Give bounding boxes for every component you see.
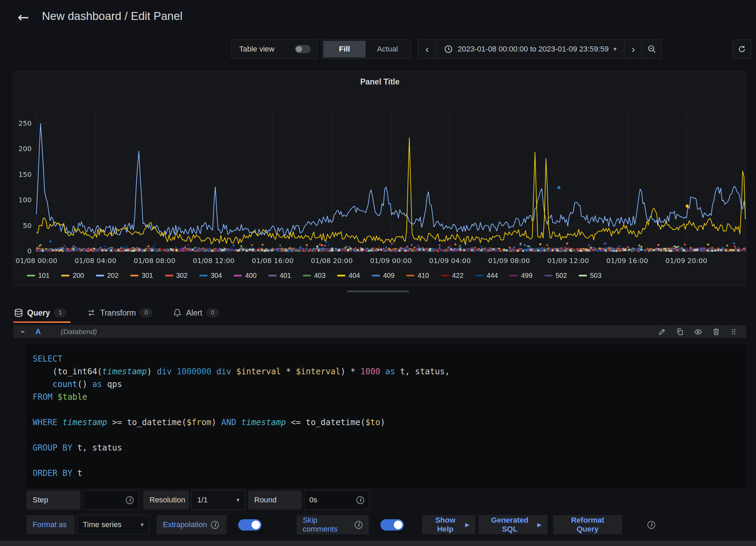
resolution-label: Resolution <box>143 490 189 510</box>
refresh-button[interactable] <box>733 39 751 59</box>
drag-handle[interactable] <box>730 328 737 335</box>
legend-item[interactable]: 404 <box>337 272 360 280</box>
actual-button[interactable]: Actual <box>366 41 409 57</box>
timeseries-chart[interactable] <box>14 106 746 268</box>
extrapolation-switch[interactable] <box>238 519 262 531</box>
legend-swatch <box>303 275 311 276</box>
info-icon[interactable]: i <box>355 521 363 529</box>
legend-item[interactable]: 503 <box>579 272 601 280</box>
legend-label: 202 <box>107 272 119 280</box>
sql-line <box>33 454 746 467</box>
chevron-left-icon: ‹ <box>425 43 429 55</box>
legend-swatch <box>61 275 69 276</box>
switch-knob <box>394 521 402 529</box>
fill-button[interactable]: Fill <box>323 41 366 57</box>
tab-alert-badge: 0 <box>207 308 219 317</box>
resolution-select[interactable]: 1/1 ▾ <box>191 490 245 510</box>
panel: Panel Title 1012002023013023044004014034… <box>13 71 746 286</box>
legend-item[interactable]: 304 <box>199 272 222 280</box>
step-input[interactable]: i <box>83 490 139 510</box>
copy-icon <box>676 328 684 336</box>
page-title: New dashboard / Edit Panel <box>42 10 182 23</box>
fill-actual-segmented: Fill Actual <box>322 39 411 59</box>
reformat-query-button[interactable]: Reformat Query <box>553 515 622 534</box>
duplicate-query-button[interactable] <box>676 328 684 336</box>
caret-down-icon: ▾ <box>141 521 144 528</box>
legend-label: 409 <box>383 272 394 280</box>
skip-comments-switch[interactable] <box>380 519 404 531</box>
tab-alert[interactable]: Alert 0 <box>172 306 223 323</box>
legend-item[interactable]: 409 <box>372 272 394 280</box>
legend-label: 101 <box>38 272 49 280</box>
legend-label: 502 <box>556 272 567 280</box>
edit-query-button[interactable] <box>658 328 666 336</box>
legend-item[interactable]: 101 <box>27 272 49 280</box>
legend-item[interactable]: 202 <box>96 272 119 280</box>
legend-item[interactable]: 502 <box>544 272 567 280</box>
legend-item[interactable]: 301 <box>130 272 153 280</box>
editor-tabs: Query 1 Transform 0 Alert 0 <box>13 306 223 323</box>
table-view-switch[interactable] <box>295 45 311 53</box>
tab-query-label: Query <box>27 308 50 318</box>
legend-swatch <box>406 275 414 276</box>
query-editor: A (Databend) SELECT (to_int64(timestamp)… <box>13 325 746 534</box>
legend-item[interactable]: 200 <box>61 272 84 280</box>
round-input[interactable]: 0s i <box>304 490 369 510</box>
sql-line: SELECT <box>33 353 746 365</box>
sql-line: (to_int64(timestamp) div 1000000 div $in… <box>33 365 746 378</box>
legend-swatch <box>337 275 345 276</box>
zoom-out-button[interactable] <box>642 40 661 58</box>
caret-right-icon: ▸ <box>465 520 469 529</box>
caret-down-icon: ▾ <box>236 496 240 504</box>
legend-item[interactable]: 302 <box>165 272 188 280</box>
sql-editor[interactable]: SELECT (to_int64(timestamp) div 1000000 … <box>26 344 746 488</box>
time-range-button[interactable]: 2023-01-08 00:00:00 to 2023-01-09 23:59:… <box>436 40 624 58</box>
collapse-chevron-icon[interactable] <box>20 329 26 335</box>
panel-resize-handle[interactable] <box>347 291 409 292</box>
legend-item[interactable]: 403 <box>303 272 325 280</box>
legend-item[interactable]: 400 <box>234 272 256 280</box>
legend-label: 503 <box>590 272 601 280</box>
back-button[interactable]: ← <box>14 8 33 27</box>
info-icon[interactable]: i <box>126 496 134 504</box>
tab-transform-label: Transform <box>100 308 136 318</box>
legend-item[interactable]: 410 <box>406 272 429 280</box>
legend-swatch <box>165 275 173 276</box>
legend-item[interactable]: 499 <box>510 272 532 280</box>
tab-alert-label: Alert <box>186 308 202 318</box>
info-icon[interactable]: i <box>647 521 655 529</box>
time-back-button[interactable]: ‹ <box>418 40 436 58</box>
bottom-scroll-strip <box>0 541 756 546</box>
legend-swatch <box>199 275 208 276</box>
legend-label: 401 <box>280 272 291 280</box>
legend-swatch <box>27 275 35 276</box>
time-picker: ‹ 2023-01-08 00:00:00 to 2023-01-09 23:5… <box>418 39 662 59</box>
legend-label: 444 <box>487 272 498 280</box>
tab-query[interactable]: Query 1 <box>13 306 70 323</box>
clock-icon <box>444 45 453 54</box>
legend-label: 301 <box>142 272 153 280</box>
panel-title: Panel Title <box>14 77 746 87</box>
legend-item[interactable]: 444 <box>475 272 498 280</box>
toggle-visibility-button[interactable] <box>694 328 702 336</box>
generated-sql-button[interactable]: Generated SQL▸ <box>479 515 547 534</box>
sql-line: GROUP BY t, status <box>33 442 746 454</box>
legend-item[interactable]: 422 <box>441 272 464 280</box>
zoom-out-icon <box>647 45 656 54</box>
tab-transform[interactable]: Transform 0 <box>86 306 156 323</box>
database-icon <box>14 308 23 317</box>
legend-item[interactable]: 401 <box>268 272 291 280</box>
table-view-toggle-group: Table view <box>231 39 317 59</box>
tab-query-badge: 1 <box>54 308 66 317</box>
format-as-select[interactable]: Time series ▾ <box>77 515 149 534</box>
legend-swatch <box>372 275 380 276</box>
info-icon[interactable]: i <box>356 496 364 504</box>
query-options-row: Step i Resolution 1/1 ▾ Round 0s i <box>26 490 746 510</box>
legend-label: 410 <box>418 272 429 280</box>
time-forward-button[interactable]: › <box>624 40 642 58</box>
sql-line: ORDER BY t <box>33 467 746 480</box>
info-icon[interactable]: i <box>211 521 219 529</box>
show-help-button[interactable]: Show Help▸ <box>422 515 475 534</box>
delete-query-button[interactable] <box>712 328 720 336</box>
switch-knob <box>296 46 302 52</box>
